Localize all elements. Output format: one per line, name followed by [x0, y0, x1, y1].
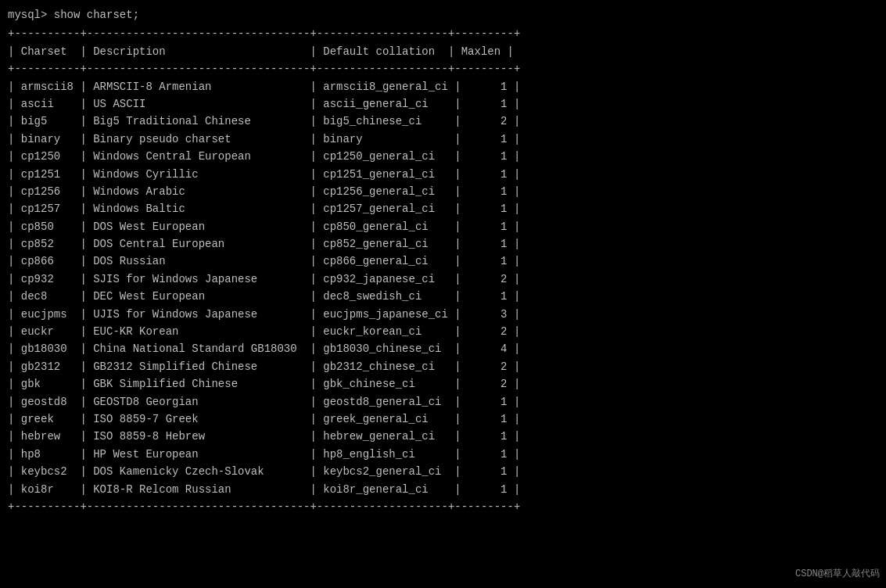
watermark: CSDN@稻草人敲代码	[795, 567, 880, 582]
prompt-line: mysql> show charset;	[8, 6, 878, 23]
terminal: mysql> show charset; +----------+-------…	[8, 6, 878, 515]
table-container: +----------+----------------------------…	[8, 25, 878, 515]
